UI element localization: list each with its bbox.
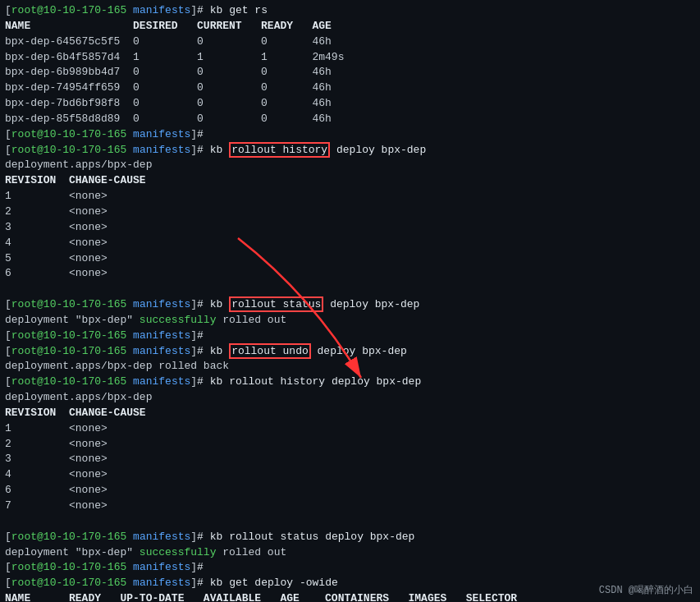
terminal-line: bpx-dep-85f58d8d89 0 0 0 46h: [5, 112, 695, 127]
terminal-line: bpx-dep-6b989bb4d7 0 0 0 46h: [5, 65, 695, 80]
terminal-line: 5 <none>: [5, 251, 695, 267]
terminal-line: [5, 514, 695, 530]
terminal-line: 2 <none>: [5, 437, 695, 453]
terminal-line: NAME READY UP-TO-DATE AVAILABLE AGE CONT…: [5, 591, 695, 602]
terminal-line: 7 <none>: [5, 499, 695, 514]
terminal-line: [root@10-10-170-165 manifests]# kb rollo…: [5, 297, 695, 313]
terminal-line: 1 <none>: [5, 189, 695, 204]
terminal-line: [root@10-10-170-165 manifests]# kb get d…: [5, 576, 695, 591]
terminal-line: 4 <none>: [5, 467, 695, 483]
terminal-line: [root@10-10-170-165 manifests]#: [5, 127, 695, 143]
terminal-line: bpx-dep-74954ff659 0 0 0 46h: [5, 80, 695, 96]
terminal-line: 6 <none>: [5, 266, 695, 282]
terminal-line: deployment.apps/bpx-dep: [5, 158, 695, 173]
terminal-line: deployment "bpx-dep" successfully rolled…: [5, 545, 695, 561]
terminal-line: 4 <none>: [5, 236, 695, 251]
rollout-status-highlight: rollout status: [229, 296, 323, 312]
terminal-line: [root@10-10-170-165 manifests]# kb rollo…: [5, 530, 695, 545]
terminal-line: [5, 282, 695, 297]
terminal-line: 6 <none>: [5, 483, 695, 499]
terminal-line: deployment.apps/bpx-dep: [5, 390, 695, 406]
terminal-line: [root@10-10-170-165 manifests]# kb get r…: [5, 3, 695, 19]
terminal-line: [root@10-10-170-165 manifests]#: [5, 560, 695, 576]
terminal-line: NAME DESIRED CURRENT READY AGE: [5, 19, 695, 34]
terminal-line: [root@10-10-170-165 manifests]# kb rollo…: [5, 344, 695, 360]
terminal-line: bpx-dep-7bd6bf98f8 0 0 0 46h: [5, 96, 695, 112]
terminal: [root@10-10-170-165 manifests]# kb get r…: [0, 0, 700, 602]
terminal-line: [root@10-10-170-165 manifests]# kb rollo…: [5, 375, 695, 390]
terminal-line: 2 <none>: [5, 204, 695, 220]
terminal-content: [root@10-10-170-165 manifests]# kb get r…: [5, 3, 695, 602]
terminal-line: 3 <none>: [5, 452, 695, 467]
terminal-line: 1 <none>: [5, 421, 695, 437]
terminal-line: [root@10-10-170-165 manifests]# kb rollo…: [5, 143, 695, 159]
terminal-line: bpx-dep-645675c5f5 0 0 0 46h: [5, 34, 695, 50]
terminal-line: 3 <none>: [5, 220, 695, 236]
rollout-undo-highlight: rollout undo: [229, 343, 311, 359]
footer-watermark: CSDN @喝醉酒的小白: [599, 583, 693, 597]
terminal-line: bpx-dep-6b4f5857d4 1 1 1 2m49s: [5, 50, 695, 66]
terminal-line: deployment.apps/bpx-dep rolled back: [5, 359, 695, 375]
terminal-line: REVISION CHANGE-CAUSE: [5, 406, 695, 421]
terminal-line: deployment "bpx-dep" successfully rolled…: [5, 313, 695, 329]
terminal-line: [root@10-10-170-165 manifests]#: [5, 329, 695, 344]
terminal-line: REVISION CHANGE-CAUSE: [5, 173, 695, 189]
rollout-history-highlight: rollout history: [229, 142, 330, 158]
